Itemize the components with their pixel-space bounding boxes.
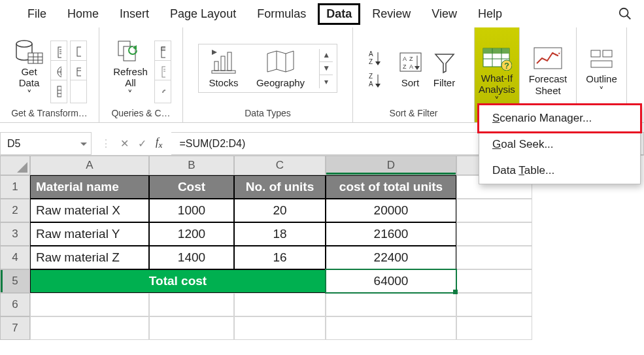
row-header-3[interactable]: 3 [0, 222, 30, 246]
cell-C2[interactable]: 20 [234, 199, 326, 222]
svg-rect-54 [483, 48, 509, 54]
cell-D3[interactable]: 21600 [326, 222, 456, 246]
gallery-down-icon[interactable]: ▼ [320, 62, 333, 75]
cell-A2[interactable]: Raw material X [30, 199, 149, 222]
svg-rect-3 [28, 53, 42, 63]
cell-D7[interactable] [326, 316, 456, 340]
svg-text:Z: Z [369, 58, 373, 65]
refresh-label2: All [125, 77, 136, 88]
outline-button[interactable]: Outline ˅ [583, 43, 620, 97]
refresh-label1: Refresh [113, 66, 148, 77]
cell-D2[interactable]: 20000 [326, 199, 456, 222]
cell-A1[interactable]: Material name [30, 175, 149, 199]
get-data-label1: Get [21, 66, 37, 77]
cell-E5[interactable] [456, 269, 532, 293]
cancel-formula-icon[interactable]: ✕ [120, 137, 129, 150]
tab-help[interactable]: Help [469, 3, 511, 25]
group-datatypes: Data Types [187, 105, 348, 122]
cell-E3[interactable] [456, 222, 532, 246]
edit-links-icon[interactable] [154, 80, 171, 103]
svg-rect-34 [228, 52, 231, 71]
row-header-4[interactable]: 4 [0, 246, 30, 269]
cell-total-label[interactable]: Total cost [30, 269, 326, 293]
cell-D5[interactable]: 64000 [326, 269, 456, 293]
col-header-A[interactable]: A [30, 156, 149, 175]
from-table-range-icon[interactable] [50, 80, 67, 103]
search-icon[interactable] [618, 7, 632, 21]
cell-C6[interactable] [234, 293, 326, 316]
forecast-sheet-button[interactable]: Forecast Sheet [526, 43, 569, 97]
cell-C4[interactable]: 16 [234, 246, 326, 269]
row-header-7[interactable]: 7 [0, 316, 30, 340]
svg-line-1 [627, 16, 631, 20]
enter-formula-icon[interactable]: ✓ [138, 137, 146, 150]
gallery-up-icon[interactable]: ▲ [320, 49, 333, 62]
geography-datatype[interactable]: Geography [251, 46, 310, 91]
filter-button[interactable]: Filter [430, 47, 459, 90]
get-data-button[interactable]: Get Data ˅ [12, 36, 46, 101]
cell-A7[interactable] [30, 316, 149, 340]
cell-B2[interactable]: 1000 [149, 199, 234, 222]
tab-data[interactable]: Data [318, 3, 360, 25]
cell-E7[interactable] [456, 316, 532, 340]
sort-button[interactable]: AZ ZA Sort [395, 47, 426, 90]
row-header-2[interactable]: 2 [0, 199, 30, 222]
refresh-all-button[interactable]: Refresh All ˅ [110, 36, 150, 101]
cell-B1[interactable]: Cost [149, 175, 234, 199]
database-icon [15, 39, 44, 65]
select-all-corner[interactable] [0, 156, 30, 175]
forecast-label2: Sheet [535, 85, 560, 96]
sort-za-icon: ZA [369, 72, 386, 88]
row-header-5[interactable]: 5 [0, 269, 30, 293]
name-box[interactable]: D5 [0, 132, 92, 155]
svg-text:?: ? [504, 61, 509, 71]
gallery-more-icon[interactable]: ▾ [320, 75, 333, 88]
data-types-gallery[interactable]: Stocks Geography ▲ ▼ ▾ [198, 44, 337, 93]
cell-A6[interactable] [30, 293, 149, 316]
refresh-icon [117, 39, 144, 65]
stocks-label: Stocks [209, 77, 238, 88]
tab-review[interactable]: Review [363, 3, 420, 25]
tab-view[interactable]: View [422, 3, 466, 25]
tab-file[interactable]: File [18, 3, 56, 25]
sort-az-button[interactable]: AZ [369, 50, 386, 65]
tab-formulas[interactable]: Formulas [248, 3, 315, 25]
cell-A4[interactable]: Raw material Z [30, 246, 149, 269]
cell-B3[interactable]: 1200 [149, 222, 234, 246]
row-header-1[interactable]: 1 [0, 175, 30, 199]
cell-E2[interactable] [456, 199, 532, 222]
col-header-D[interactable]: D [326, 156, 456, 175]
cell-C7[interactable] [234, 316, 326, 340]
cell-A3[interactable]: Raw material Y [30, 222, 149, 246]
fx-icon[interactable]: fx [156, 136, 162, 150]
cell-C3[interactable]: 18 [234, 222, 326, 246]
cell-B7[interactable] [149, 316, 234, 340]
scenario-manager-item[interactable]: Scenario Manager... [477, 103, 642, 133]
row-header-6[interactable]: 6 [0, 293, 30, 316]
col-header-B[interactable]: B [149, 156, 234, 175]
cell-D6[interactable] [326, 293, 456, 316]
cell-D1[interactable]: cost of total units [326, 175, 456, 199]
sort-dialog-icon: AZ ZA [398, 52, 424, 74]
goal-seek-item[interactable]: Goal Seek... [479, 131, 640, 158]
tab-home[interactable]: Home [58, 3, 108, 25]
data-table-item[interactable]: Data Table... [479, 158, 640, 184]
svg-rect-27 [161, 47, 165, 50]
svg-point-2 [16, 41, 32, 47]
col-header-C[interactable]: C [234, 156, 326, 175]
tab-pagelayout[interactable]: Page Layout [161, 3, 245, 25]
table-text: able... [524, 164, 554, 177]
tab-insert[interactable]: Insert [110, 3, 158, 25]
stocks-datatype[interactable]: Stocks [203, 46, 245, 91]
cell-C1[interactable]: No. of units [234, 175, 326, 199]
cell-E6[interactable] [456, 293, 532, 316]
svg-rect-61 [591, 50, 600, 57]
cell-B4[interactable]: 1400 [149, 246, 234, 269]
svg-rect-63 [591, 61, 612, 67]
formula-controls: ⋮ ✕ ✓ fx [92, 132, 171, 155]
cell-B6[interactable] [149, 293, 234, 316]
cell-D4[interactable]: 22400 [326, 246, 456, 269]
sort-za-button[interactable]: ZA [369, 72, 386, 88]
svg-text:Z: Z [369, 73, 373, 80]
cell-E4[interactable] [456, 246, 532, 269]
